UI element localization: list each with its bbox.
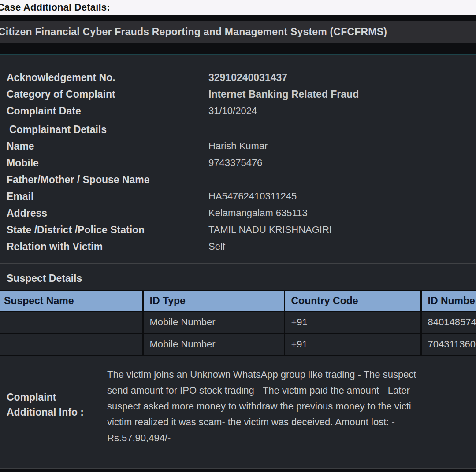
field-row-parent-spouse: Father/Mother / Spouse Name xyxy=(0,171,476,188)
section-divider xyxy=(0,263,476,264)
field-value: Internet Banking Related Fraud xyxy=(208,88,359,100)
field-label: Acknowledgement No. xyxy=(0,72,208,84)
field-row-mobile: Mobile 9743375476 xyxy=(0,155,476,171)
top-strip: Case Additional Details: xyxy=(0,0,476,15)
table-row: Mobile Number +91 840148574 xyxy=(0,311,476,333)
complaint-additional-info-text: The victim joins an Unknown WhatsApp gro… xyxy=(107,367,416,446)
field-row-address: Address Kelamangalam 635113 xyxy=(0,205,476,221)
suspect-details-heading: Suspect Details xyxy=(0,271,476,286)
page-title: Case Additional Details: xyxy=(0,2,110,13)
field-value: 31/10/2024 xyxy=(208,105,257,117)
complainant-details-heading: Complainant Details xyxy=(0,121,476,138)
field-label: Relation with Victim xyxy=(0,241,208,253)
cell-suspect-name xyxy=(0,311,143,333)
field-row-complaint-date: Complaint Date 31/10/2024 xyxy=(0,103,476,119)
column-header-country-code: Country Code xyxy=(284,291,421,311)
cell-suspect-name xyxy=(0,333,143,355)
column-header-suspect-name: Suspect Name xyxy=(0,291,143,311)
field-row-acknowledgement-no: Acknowledgement No. 32910240031437 xyxy=(0,69,476,86)
spacer xyxy=(0,15,476,21)
field-row-category: Category of Complaint Internet Banking R… xyxy=(0,86,476,103)
field-label: State /District /Police Station xyxy=(0,224,208,236)
screen: Case Additional Details: Citizen Financi… xyxy=(0,0,476,472)
field-value: 32910240031437 xyxy=(208,72,287,84)
spacer xyxy=(0,43,476,54)
complaint-additional-info: Complaint Additional Info : The victim j… xyxy=(0,367,476,446)
info-line: send amount for IPO stock trading - The … xyxy=(107,383,416,398)
cell-country-code: +91 xyxy=(284,311,421,333)
field-value: Harish Kumar xyxy=(208,140,268,152)
column-header-id-type: ID Type xyxy=(143,291,284,311)
field-value: HA54762410311245 xyxy=(208,191,297,202)
info-line: suspect asked more money to withdraw the… xyxy=(107,398,416,414)
column-header-id-number: ID Number xyxy=(421,291,476,311)
suspect-table: Suspect Name ID Type Country Code ID Num… xyxy=(0,290,476,356)
field-value: TAMIL NADU KRISHNAGIRI xyxy=(208,224,332,236)
field-row-email: Email HA54762410311245 xyxy=(0,188,476,205)
complaint-additional-info-label: Complaint Additional Info : xyxy=(0,367,107,446)
field-label: Category of Complaint xyxy=(0,88,208,100)
field-row-state-district-ps: State /District /Police Station TAMIL NA… xyxy=(0,221,476,238)
field-label: Name xyxy=(0,140,208,152)
cell-id-number: 704311360 xyxy=(421,333,476,355)
cfcfrms-banner: Citizen Financial Cyber Frauds Reporting… xyxy=(0,21,476,43)
table-row: Mobile Number +91 704311360 xyxy=(0,333,476,355)
info-line: victim realized it was scam- the victim … xyxy=(107,414,416,430)
field-label: Complaint Date xyxy=(0,105,208,117)
cell-id-type: Mobile Number xyxy=(143,333,284,355)
field-label: Email xyxy=(0,191,208,203)
field-value: Self xyxy=(208,241,225,252)
field-label: Mobile xyxy=(0,157,208,169)
info-line: The victim joins an Unknown WhatsApp gro… xyxy=(107,367,416,383)
spacer xyxy=(0,469,476,472)
complaint-detail-panel: Acknowledgement No. 32910240031437 Categ… xyxy=(0,54,476,468)
field-label: Father/Mother / Spouse Name xyxy=(0,174,208,186)
field-value: 9743375476 xyxy=(208,157,262,169)
suspect-table-header-row: Suspect Name ID Type Country Code ID Num… xyxy=(0,291,476,311)
field-row-relation-with-victim: Relation with Victim Self xyxy=(0,238,476,255)
cell-country-code: +91 xyxy=(284,333,421,355)
cfcfrms-banner-title: Citizen Financial Cyber Frauds Reporting… xyxy=(0,26,387,38)
info-line: Rs.57,90,494/- xyxy=(107,430,416,446)
cell-id-number: 840148574 xyxy=(421,311,476,333)
field-value: Kelamangalam 635113 xyxy=(208,207,308,219)
cell-id-type: Mobile Number xyxy=(143,311,284,333)
field-row-name: Name Harish Kumar xyxy=(0,138,476,155)
field-label: Address xyxy=(0,207,208,219)
